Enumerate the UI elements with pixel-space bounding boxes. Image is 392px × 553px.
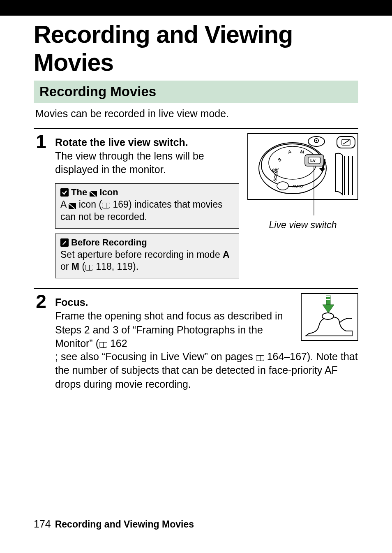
page-number: 174 — [34, 518, 51, 530]
svg-text:AUTO: AUTO — [293, 184, 303, 188]
book-icon — [102, 203, 110, 208]
callout-icon-title-suffix: Icon — [97, 187, 118, 197]
svg-rect-27 — [326, 299, 330, 300]
callout-before-title-text: Before Recording — [71, 237, 147, 248]
step-2-b: ; see also “Focusing in Live View” on pa… — [55, 351, 256, 362]
illustration-caption: Live view switch — [269, 220, 337, 231]
callout-before-body-c: ( — [79, 261, 85, 272]
step-2-text-part2: ; see also “Focusing in Live View” on pa… — [55, 350, 358, 391]
step-2-a: Frame the opening shot and focus as desc… — [55, 310, 283, 349]
callout-before-body-d: ). — [133, 261, 138, 272]
callout-before-ref: 118, 119 — [96, 261, 133, 272]
callout-icon-body-a: A — [60, 199, 69, 210]
callout-icon-box: The Icon A icon ( 169) indicates that mo… — [55, 183, 239, 229]
callout-before-body: Set aperture before recording in mode A … — [60, 249, 234, 273]
step-1-text: The view through the lens will be displa… — [55, 149, 239, 177]
svg-point-23 — [277, 182, 288, 190]
callout-icon-title: The Icon — [60, 187, 234, 198]
section-heading: Recording Movies — [34, 81, 358, 103]
svg-text:Lv: Lv — [310, 158, 316, 163]
book-icon — [256, 355, 264, 361]
page-top-bar — [0, 0, 392, 16]
step-number: 1 — [34, 133, 48, 279]
illustration-shutter-press — [301, 293, 358, 341]
book-icon — [85, 265, 93, 271]
page-footer: 174 Recording and Viewing Movies — [34, 518, 194, 530]
step-2: 2 Focus. Frame the opening shot and focu… — [34, 292, 358, 391]
note-icon — [60, 238, 69, 247]
callout-before-title: Before Recording — [60, 237, 234, 248]
divider — [34, 128, 358, 129]
intro-text: Movies can be recorded in live view mode… — [34, 107, 358, 121]
callout-icon-body: A icon ( 169) indicates that movies can … — [60, 199, 234, 223]
step-2-text-part1: Frame the opening shot and focus as desc… — [55, 309, 293, 351]
illustration-live-view-switch: P S A M SCENE AUTO Lv — [247, 133, 358, 231]
footer-title: Recording and Viewing Movies — [55, 519, 194, 530]
chapter-title: Recording and Viewing Movies — [34, 21, 358, 76]
svg-rect-28 — [326, 296, 330, 297]
callout-before-box: Before Recording Set aperture before rec… — [55, 234, 239, 279]
step-number: 2 — [34, 293, 48, 391]
step-2-ref-a: 162 — [110, 338, 127, 349]
mode-a: A — [223, 249, 230, 260]
callout-before-body-a: Set aperture before recording in mode — [60, 249, 223, 260]
mode-m: M — [71, 261, 79, 272]
step-2-ref-b: 164–167 — [267, 351, 307, 362]
step-1-title: Rotate the live view switch. — [55, 137, 239, 148]
video-off-icon — [90, 191, 97, 197]
camera-dial-illustration: P S A M SCENE AUTO Lv — [247, 133, 358, 215]
step-2-title: Focus. — [55, 296, 293, 308]
callout-icon-body-b: icon ( — [76, 199, 102, 210]
svg-point-30 — [322, 313, 334, 319]
callout-before-body-b: or — [60, 261, 71, 272]
svg-point-16 — [316, 140, 317, 141]
book-icon — [99, 342, 107, 348]
page-content: Recording and Viewing Movies Recording M… — [0, 21, 392, 391]
callout-icon-title-prefix: The — [71, 187, 90, 197]
caution-icon — [60, 188, 69, 197]
video-off-icon — [69, 203, 76, 209]
callout-icon-ref: 169 — [113, 199, 129, 210]
divider — [34, 288, 358, 289]
step-1: 1 Rotate the live view switch. The view … — [34, 132, 358, 279]
